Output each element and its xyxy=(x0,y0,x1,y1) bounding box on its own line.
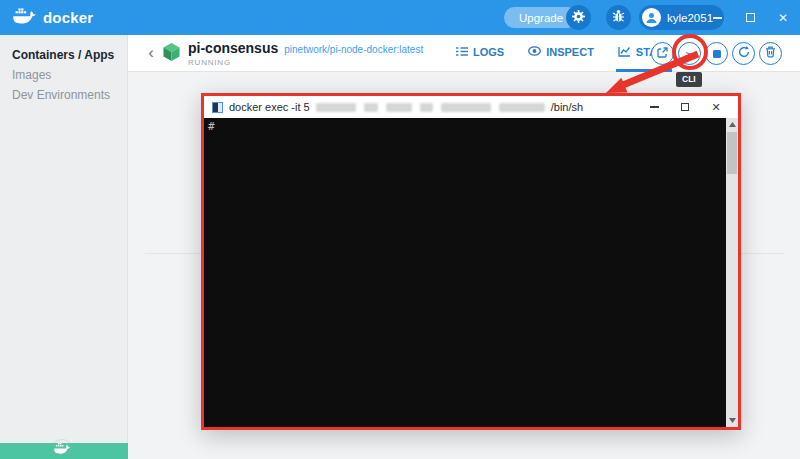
scroll-up-button[interactable] xyxy=(726,118,738,131)
log-list-icon xyxy=(456,46,468,58)
open-external-icon xyxy=(657,46,668,61)
stop-button[interactable] xyxy=(705,42,728,65)
user-avatar-icon xyxy=(642,8,661,27)
redacted-container-id xyxy=(316,103,356,112)
terminal-minimize-button[interactable] xyxy=(648,100,660,114)
gear-icon xyxy=(571,9,586,27)
redacted-container-id xyxy=(420,103,433,112)
bug-icon xyxy=(612,9,625,26)
redacted-container-id xyxy=(386,103,412,112)
sidebar-item-dev-environments[interactable]: Dev Environments xyxy=(0,87,127,104)
terminal-title: docker exec -it 5 /bin/sh xyxy=(229,101,583,113)
console-window-icon xyxy=(212,102,223,113)
tab-logs[interactable]: LOGS xyxy=(454,35,506,72)
terminal-titlebar[interactable]: docker exec -it 5 /bin/sh ✕ xyxy=(204,96,738,118)
status-badge: RUNNING xyxy=(188,58,423,67)
terminal-scrollbar[interactable] xyxy=(726,118,738,427)
cli-button[interactable]: >_ xyxy=(678,42,701,65)
restart-icon xyxy=(738,46,750,61)
docker-brand: docker xyxy=(13,7,93,28)
footer-whale-icon xyxy=(54,440,71,458)
scrollbar-thumb[interactable] xyxy=(727,132,737,174)
arrow-up-icon xyxy=(729,122,736,127)
detail-tabs: LOGS INSPECT STATS xyxy=(454,35,672,72)
app-minimize-button[interactable] xyxy=(708,9,726,27)
image-name-link[interactable]: pinetwork/pi-node-docker:latest xyxy=(284,44,423,55)
line-chart-icon xyxy=(618,46,631,59)
app-titlebar: docker Upgrade xyxy=(0,0,800,35)
back-button[interactable]: ‹ xyxy=(142,43,160,63)
container-actions: >_ xyxy=(651,35,782,72)
terminal-close-button[interactable]: ✕ xyxy=(710,100,722,114)
terminal-window: docker exec -it 5 /bin/sh ✕ # xyxy=(201,93,741,430)
app-close-button[interactable]: ✕ xyxy=(774,9,792,27)
sidebar-item-images[interactable]: Images xyxy=(0,67,127,84)
cli-tooltip: CLI xyxy=(676,72,702,87)
redacted-container-id xyxy=(499,103,545,112)
settings-button[interactable] xyxy=(566,5,591,30)
scroll-down-button[interactable] xyxy=(726,414,738,427)
brand-wordmark: docker xyxy=(43,9,93,26)
terminal-content[interactable]: # xyxy=(204,118,738,427)
redacted-container-id xyxy=(441,103,491,112)
minimize-icon xyxy=(650,106,659,108)
docker-whale-icon xyxy=(13,7,37,28)
container-title-block: pi-consensus pinetwork/pi-node-docker:la… xyxy=(188,40,423,67)
container-cube-icon xyxy=(162,42,181,66)
tab-inspect[interactable]: INSPECT xyxy=(526,35,596,72)
terminal-maximize-button[interactable] xyxy=(679,100,691,114)
maximize-icon xyxy=(746,13,755,22)
redacted-container-id xyxy=(364,103,378,112)
username-label: kyle2051 xyxy=(667,12,713,24)
container-detail-header: ‹ pi-consensus pinetwork/pi-node-docker:… xyxy=(128,35,800,72)
container-name: pi-consensus xyxy=(188,40,278,56)
status-footer xyxy=(0,443,128,459)
open-external-button[interactable] xyxy=(651,42,674,65)
feedback-button[interactable] xyxy=(606,5,631,30)
restart-button[interactable] xyxy=(732,42,755,65)
trash-icon xyxy=(765,46,776,61)
eye-icon xyxy=(528,46,541,58)
sidebar: Containers / Apps Images Dev Environment… xyxy=(0,35,128,459)
app-maximize-button[interactable] xyxy=(741,9,759,27)
terminal-window-controls: ✕ xyxy=(648,100,730,114)
minimize-icon xyxy=(713,17,722,19)
maximize-icon xyxy=(681,103,689,111)
shell-prompt: # xyxy=(208,120,215,133)
app-window-controls: ✕ xyxy=(708,0,792,35)
arrow-down-icon xyxy=(729,418,736,423)
sidebar-item-containers-apps[interactable]: Containers / Apps xyxy=(0,47,127,64)
cli-terminal-icon: >_ xyxy=(685,49,693,59)
delete-button[interactable] xyxy=(759,42,782,65)
stop-icon xyxy=(713,50,721,58)
